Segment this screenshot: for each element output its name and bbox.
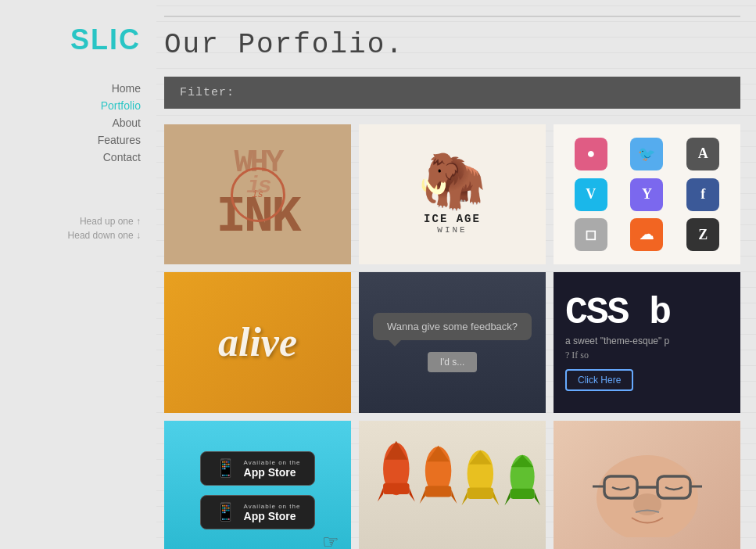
social-icon-github: ◻ [575,218,607,251]
portfolio-item-iceage[interactable]: 🦣 ICE AGE WINE [359,124,546,264]
svg-marker-13 [461,491,467,505]
iceage-title: ICE AGE [424,213,481,225]
app-store-badge-1[interactable]: 📱 Available on the App Store [200,451,316,486]
social-icon-twitter: 🐦 [630,138,663,170]
svg-rect-17 [511,488,535,498]
cursor-icon: ☞ [322,531,339,549]
portfolio-item-appstore[interactable]: 📱 Available on the App Store 📱 Available… [164,421,351,550]
phone-icon-1: 📱 [215,458,236,479]
logo[interactable]: SLIC [70,23,141,56]
page-title: Our Porfolio. [164,29,740,61]
social-icon-vimeo: V [575,178,607,211]
nav-menu: Home Portfolio About Features Contact [98,80,141,166]
nav-item-contact[interactable]: Contact [98,149,141,166]
phone-icon-2: 📱 [215,502,236,522]
portfolio-grid: WHY is INK is 🦣 ICE AGE WINE ● 🐦 A V Y [164,124,740,549]
portfolio-item-rockets[interactable] [359,421,546,550]
svg-marker-14 [493,491,499,505]
app-store-badge-2[interactable]: 📱 Available on the App Store [200,495,316,529]
feedback-bubble: Wanna give some feedback? [373,313,532,340]
svg-marker-9 [451,489,457,503]
mammoth-icon: 🦣 [418,154,486,209]
social-icon-font: A [686,138,719,170]
nav-item-about[interactable]: About [98,114,141,131]
iceage-subtitle: WINE [437,225,467,235]
social-icon-dribbble: ● [575,138,607,170]
portfolio-item-feedback[interactable]: Wanna give some feedback? I'd s... [359,272,546,412]
social-icon-facebook: f [686,178,719,211]
svg-marker-8 [420,489,425,503]
portfolio-item-social[interactable]: ● 🐦 A V Y f ◻ ☁ Z [554,124,740,264]
portfolio-item-alive[interactable]: alive [164,272,351,412]
svg-marker-19 [535,491,540,505]
portfolio-item-ink[interactable]: WHY is INK is [164,124,351,264]
face-svg [585,443,710,537]
ink-circle: is [231,167,285,222]
svg-rect-7 [425,486,451,497]
rockets-svg [359,421,546,545]
svg-marker-18 [504,491,510,505]
svg-marker-4 [410,487,415,501]
filter-bar[interactable]: Filter: [164,77,740,109]
nav-item-features[interactable]: Features [98,131,141,149]
social-icon-rss: ☁ [630,218,663,251]
feedback-button[interactable]: I'd s... [428,352,478,372]
css-desc: ? If so [565,350,589,361]
css-title: CSS b [565,294,670,332]
social-icon-zend: Z [686,218,719,251]
portfolio-item-css[interactable]: CSS b a sweet "theme-esque" p ? If so Cl… [554,272,740,412]
click-here-button[interactable]: Click Here [565,369,633,391]
top-divider [164,16,740,17]
nav-item-home[interactable]: Home [98,80,141,97]
main-content: Our Porfolio. Filter: WHY is INK is 🦣 IC… [156,0,756,549]
head-up-control[interactable]: Head up one ↑ [68,216,141,227]
svg-rect-2 [383,483,409,493]
svg-marker-3 [378,487,383,501]
portfolio-item-face[interactable] [554,421,740,550]
sidebar: SLIC Home Portfolio About Features Conta… [0,0,156,549]
badge-text-2: Available on the App Store [244,503,301,522]
nav-item-portfolio[interactable]: Portfolio [98,97,141,114]
nav-controls: Head up one ↑ Head down one ↓ [68,213,141,244]
filter-label: Filter: [180,86,235,99]
css-subtitle: a sweet "theme-esque" p [565,336,669,346]
alive-text: alive [218,319,297,365]
head-down-control[interactable]: Head down one ↓ [68,230,141,241]
badge-text-1: Available on the App Store [244,459,301,479]
svg-rect-12 [468,487,493,498]
social-icon-yahoo: Y [630,178,663,211]
